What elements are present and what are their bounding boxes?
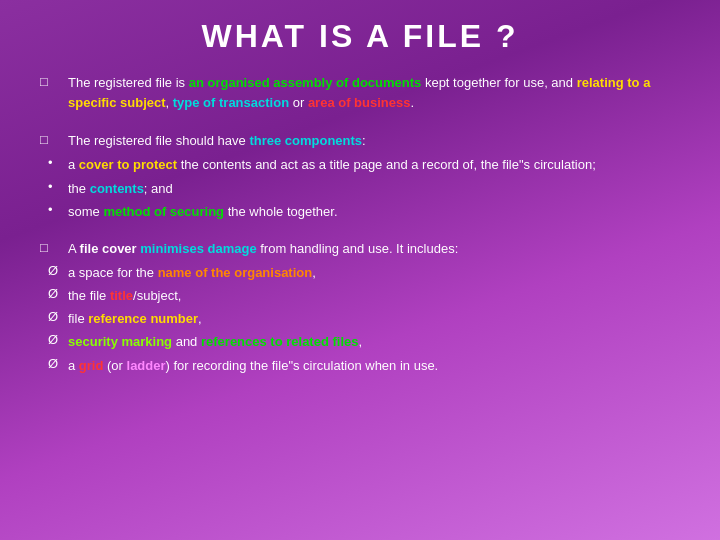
list-item-title: Ø the file title/subject, [48, 286, 680, 306]
list-item-security: Ø security marking and references to rel… [48, 332, 680, 352]
arrow-5: Ø [48, 356, 68, 371]
text-security-marking: security marking [68, 334, 172, 349]
section-3-intro-text: A file cover minimises damage from handl… [68, 239, 680, 259]
list-text-method: some method of securing the whole togeth… [68, 202, 680, 222]
list-text-ref: file reference number, [68, 309, 680, 329]
text-minimises-damage: minimises damage [140, 241, 256, 256]
text-grid: grid [79, 358, 104, 373]
section-2-intro-text: The registered file should have three co… [68, 131, 680, 151]
text-type: type of transaction [173, 95, 289, 110]
text-method-securing: method of securing [103, 204, 224, 219]
section-1-text: The registered file is an organised asse… [68, 73, 680, 113]
list-item-contents: • the contents; and [48, 179, 680, 199]
bullet-3: □ [40, 239, 68, 255]
list-text-security: security marking and references to relat… [68, 332, 680, 352]
section-3-intro-row: □ A file cover minimises damage from han… [40, 239, 680, 259]
text-area: area of business [308, 95, 411, 110]
arrow-4: Ø [48, 332, 68, 347]
dot-1: • [48, 155, 68, 170]
list-text-contents: the contents; and [68, 179, 680, 199]
bullet-2: □ [40, 131, 68, 147]
list-item-name: Ø a space for the name of the organisati… [48, 263, 680, 283]
text-ladder: ladder [127, 358, 166, 373]
list-text-title: the file title/subject, [68, 286, 680, 306]
list-text-name: a space for the name of the organisation… [68, 263, 680, 283]
section-3: □ A file cover minimises damage from han… [40, 239, 680, 379]
slide-title: WHAT IS A FILE ? [40, 18, 680, 55]
section-2: □ The registered file should have three … [40, 131, 680, 225]
arrow-2: Ø [48, 286, 68, 301]
list-item-grid: Ø a grid (or ladder) for recording the f… [48, 356, 680, 376]
text-references-related: references to related files [201, 334, 359, 349]
text-cover-protect: cover to protect [79, 157, 177, 172]
arrow-3: Ø [48, 309, 68, 324]
text-organised: an organised assembly of documents [189, 75, 422, 90]
slide: WHAT IS A FILE ? □ The registered file i… [0, 0, 720, 540]
section-2-list: • a cover to protect the contents and ac… [48, 155, 680, 224]
section-3-list: Ø a space for the name of the organisati… [48, 263, 680, 379]
arrow-1: Ø [48, 263, 68, 278]
list-item-ref: Ø file reference number, [48, 309, 680, 329]
section-1-row: □ The registered file is an organised as… [40, 73, 680, 113]
text-reference-number: reference number [88, 311, 198, 326]
text-name-org: name of the organisation [158, 265, 313, 280]
bullet-1: □ [40, 73, 68, 89]
list-item-cover: • a cover to protect the contents and ac… [48, 155, 680, 175]
section-2-intro-row: □ The registered file should have three … [40, 131, 680, 151]
list-text-cover: a cover to protect the contents and act … [68, 155, 680, 175]
list-item-method: • some method of securing the whole toge… [48, 202, 680, 222]
text-contents: contents [90, 181, 144, 196]
text-three-components: three components [249, 133, 362, 148]
text-file-cover-bold: file cover [80, 241, 137, 256]
list-text-grid: a grid (or ladder) for recording the fil… [68, 356, 680, 376]
section-1: □ The registered file is an organised as… [40, 73, 680, 117]
dot-2: • [48, 179, 68, 194]
text-file-title: title [110, 288, 133, 303]
dot-3: • [48, 202, 68, 217]
